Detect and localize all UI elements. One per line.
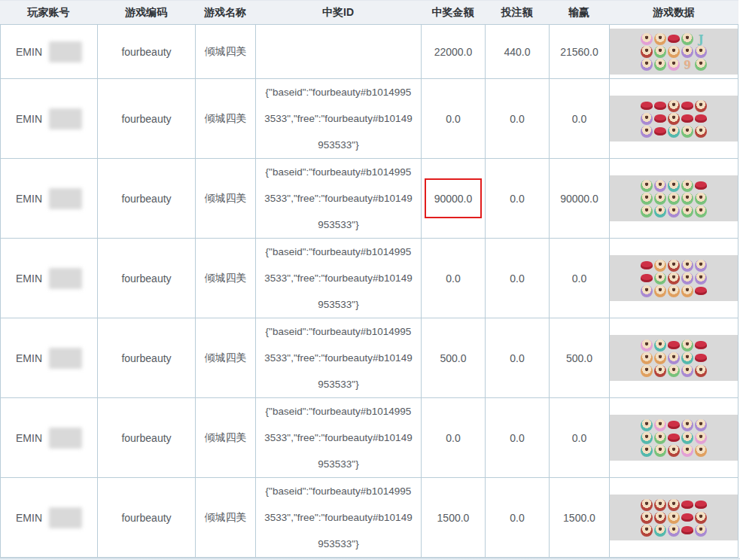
purple-slot-symbol-icon bbox=[695, 272, 707, 285]
redacted-account-blur bbox=[49, 348, 82, 369]
teal-slot-symbol-icon bbox=[641, 432, 653, 444]
win-amount-text: 0.0 bbox=[446, 272, 460, 285]
game-data-strip bbox=[610, 495, 738, 540]
red-slot-symbol-icon bbox=[668, 445, 680, 457]
purple-slot-symbol-icon bbox=[641, 59, 653, 71]
game-code-cell: fourbeauty bbox=[98, 398, 196, 477]
purple-slot-symbol-icon bbox=[681, 419, 693, 431]
win-amount-text: 22000.0 bbox=[434, 46, 473, 58]
J-slot-symbol-icon: J bbox=[695, 33, 707, 45]
redacted-account-blur bbox=[49, 41, 82, 62]
purple-slot-symbol-icon bbox=[668, 352, 680, 364]
player-account-cell: EMIN bbox=[1, 239, 98, 318]
purple-slot-symbol-icon bbox=[654, 180, 666, 192]
lips-slot-symbol-icon bbox=[681, 114, 693, 123]
win-id-cell: {"baseid":"fourbeauty#b10149953533","fre… bbox=[256, 318, 422, 397]
green-slot-symbol-icon bbox=[681, 339, 693, 352]
game-data-cell: J9 bbox=[610, 25, 738, 78]
green-slot-symbol-icon bbox=[654, 193, 666, 205]
game-code-cell: fourbeauty bbox=[98, 159, 196, 238]
redacted-account-blur bbox=[49, 428, 82, 449]
redacted-account-blur bbox=[49, 108, 82, 129]
win-amount-box: 0.0 bbox=[422, 79, 485, 158]
game-data-strip bbox=[610, 415, 738, 461]
orange-slot-symbol-icon bbox=[654, 33, 666, 45]
lips-slot-symbol-icon bbox=[681, 501, 693, 509]
purple-slot-symbol-icon bbox=[641, 113, 653, 125]
lips-slot-symbol-icon bbox=[668, 341, 680, 349]
slot-symbols-grid bbox=[640, 259, 708, 297]
game-data-cell bbox=[610, 478, 738, 557]
pink-slot-symbol-icon bbox=[695, 432, 707, 444]
game-code-cell: fourbeauty bbox=[98, 478, 196, 557]
teal-slot-symbol-icon bbox=[654, 205, 666, 218]
slot-symbols-grid bbox=[640, 99, 708, 138]
game-name-cell: 倾城四美 bbox=[196, 159, 256, 238]
red-slot-symbol-icon bbox=[668, 260, 680, 272]
win-amount-box: 500.0 bbox=[422, 318, 485, 397]
lips-slot-symbol-icon bbox=[681, 102, 693, 110]
player-account-text: EMIN bbox=[16, 46, 42, 58]
win-id-text: {"baseid":"fourbeauty#b10149953533","fre… bbox=[263, 79, 414, 158]
game-data-cell bbox=[610, 159, 738, 238]
win-loss-cell: 1500.0 bbox=[550, 478, 610, 557]
red-slot-symbol-icon bbox=[641, 512, 653, 524]
win-id-cell bbox=[256, 25, 422, 78]
win-loss-cell: 0.0 bbox=[550, 79, 610, 158]
red-slot-symbol-icon bbox=[641, 499, 653, 511]
red-slot-symbol-icon bbox=[695, 126, 707, 138]
lips-slot-symbol-icon bbox=[654, 114, 666, 123]
win-loss-cell: 500.0 bbox=[550, 318, 610, 397]
pink-slot-symbol-icon bbox=[641, 339, 653, 352]
teal-slot-symbol-icon bbox=[668, 180, 680, 192]
table-row: EMIN fourbeauty 倾城四美 22000.0 440.0 21560… bbox=[1, 25, 738, 79]
teal-slot-symbol-icon bbox=[668, 126, 680, 138]
purple-slot-symbol-icon bbox=[681, 272, 693, 285]
win-id-text: {"baseid":"fourbeauty#b10149953533","fre… bbox=[263, 159, 414, 238]
orange-slot-symbol-icon bbox=[641, 365, 653, 377]
column-header-win-id: 中奖ID bbox=[255, 6, 421, 20]
lips-slot-symbol-icon bbox=[654, 102, 666, 110]
win-id-cell: {"baseid":"fourbeauty#b10149953533","fre… bbox=[256, 159, 422, 238]
purple-slot-symbol-icon bbox=[695, 419, 707, 431]
bet-amount-cell: 0.0 bbox=[486, 159, 550, 238]
table-row: EMIN fourbeauty 倾城四美 {"baseid":"fourbeau… bbox=[1, 159, 738, 239]
column-header-win-loss: 输赢 bbox=[549, 6, 609, 20]
green-slot-symbol-icon bbox=[654, 59, 666, 71]
red-slot-symbol-icon bbox=[668, 499, 680, 511]
game-data-cell bbox=[610, 318, 738, 397]
slot-symbols-grid bbox=[640, 498, 708, 537]
orange-slot-symbol-icon bbox=[668, 512, 680, 524]
game-name-cell: 倾城四美 bbox=[196, 25, 256, 78]
table-row: EMIN fourbeauty 倾城四美 {"baseid":"fourbeau… bbox=[1, 318, 738, 398]
game-data-cell bbox=[610, 398, 738, 477]
win-amount-text: 0.0 bbox=[446, 113, 460, 125]
column-header-win-amount: 中奖金额 bbox=[421, 6, 485, 20]
player-account-text: EMIN bbox=[16, 512, 42, 524]
slot-symbols-grid bbox=[640, 179, 708, 218]
win-amount-cell: 0.0 bbox=[422, 239, 486, 318]
teal-slot-symbol-icon bbox=[641, 445, 653, 457]
purple-slot-symbol-icon bbox=[695, 46, 707, 58]
pink-slot-symbol-icon bbox=[681, 445, 693, 457]
purple-slot-symbol-icon bbox=[681, 46, 693, 58]
game-data-strip bbox=[610, 175, 738, 221]
table-body: EMIN fourbeauty 倾城四美 22000.0 440.0 21560… bbox=[1, 25, 738, 558]
orange-slot-symbol-icon bbox=[654, 260, 666, 272]
bet-amount-cell: 0.0 bbox=[486, 398, 550, 477]
player-account-cell: EMIN bbox=[1, 79, 98, 158]
red-slot-symbol-icon bbox=[695, 365, 707, 377]
game-name-cell: 倾城四美 bbox=[196, 239, 256, 318]
game-code-cell: fourbeauty bbox=[98, 25, 196, 78]
lips-slot-symbol-icon bbox=[668, 35, 680, 43]
green-slot-symbol-icon bbox=[695, 193, 707, 205]
bet-amount-cell: 0.0 bbox=[486, 478, 550, 557]
player-account-cell: EMIN bbox=[1, 318, 98, 397]
lips-slot-symbol-icon bbox=[695, 287, 707, 295]
purple-slot-symbol-icon bbox=[695, 525, 707, 537]
bet-amount-cell: 0.0 bbox=[486, 239, 550, 318]
redacted-account-blur bbox=[49, 268, 82, 289]
green-slot-symbol-icon bbox=[641, 180, 653, 192]
teal-slot-symbol-icon bbox=[654, 339, 666, 352]
lips-slot-symbol-icon bbox=[695, 181, 707, 190]
